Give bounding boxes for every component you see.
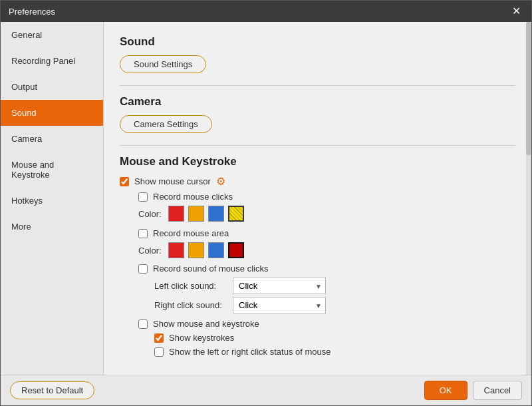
sidebar-item-mouse-keystroke[interactable]: Mouse and Keystroke [1, 152, 103, 188]
right-click-sound-label: Right click sound: [154, 300, 227, 310]
color-row-1: Color: [138, 206, 515, 222]
cancel-button[interactable]: Cancel [473, 381, 522, 400]
show-mouse-keystroke-label: Show mouse and keystroke [153, 319, 259, 329]
sound-section-title: Sound [120, 35, 515, 49]
sidebar-item-output[interactable]: Output [1, 74, 103, 100]
titlebar: Preferences ✕ [1, 1, 531, 22]
left-click-sound-select[interactable]: Click [233, 278, 326, 294]
color-swatch-orange2[interactable] [188, 242, 204, 258]
camera-section-title: Camera [120, 95, 515, 108]
ok-button[interactable]: OK [424, 381, 467, 400]
sidebar-item-camera[interactable]: Camera [1, 126, 103, 152]
sidebar-item-sound[interactable]: Sound [1, 100, 103, 126]
show-mouse-keystroke-checkbox[interactable] [138, 319, 148, 329]
left-click-sound-label: Left click sound: [154, 281, 227, 291]
show-left-right-checkbox[interactable] [154, 347, 164, 357]
reset-to-default-button[interactable]: Reset to Default [10, 381, 94, 399]
color-swatch-red1[interactable] [168, 206, 184, 222]
color-label-1: Color: [138, 209, 162, 219]
record-mouse-clicks-row: Record mouse clicks [138, 192, 515, 202]
show-mouse-cursor-checkbox[interactable] [120, 177, 129, 186]
camera-settings-button[interactable]: Camera Settings [120, 115, 212, 133]
left-click-dropdown-wrapper: Click ▼ [233, 278, 326, 294]
sidebar-item-general[interactable]: General [1, 22, 103, 48]
preferences-window: Preferences ✕ General Recording Panel Ou… [0, 0, 532, 406]
scrollbar-thumb[interactable] [526, 22, 531, 155]
left-click-sound-row: Left click sound: Click ▼ [154, 278, 515, 294]
record-mouse-clicks-label: Record mouse clicks [153, 192, 233, 202]
color-swatch-orange1[interactable] [188, 206, 204, 222]
record-mouse-area-checkbox[interactable] [138, 229, 148, 238]
record-sound-row: Record sound of mouse clicks [138, 264, 515, 274]
right-click-sound-select[interactable]: Click [233, 297, 326, 313]
color-swatch-darkred2[interactable] [228, 242, 244, 258]
record-mouse-area-row: Record mouse area [138, 228, 515, 238]
show-keystrokes-row: Show keystrokes [154, 333, 515, 343]
bottom-right: OK Cancel [424, 381, 522, 400]
record-sound-checkbox[interactable] [138, 264, 148, 274]
record-sound-label: Record sound of mouse clicks [153, 264, 268, 274]
gear-icon[interactable]: ⚙ [216, 175, 225, 188]
sidebar-item-recording-panel[interactable]: Recording Panel [1, 48, 103, 74]
show-keystrokes-label: Show keystrokes [169, 333, 234, 343]
main-content: General Recording Panel Output Sound Cam… [1, 22, 531, 375]
sound-settings-button[interactable]: Sound Settings [120, 55, 206, 73]
scrollbar-track [526, 22, 531, 375]
show-mouse-cursor-label: Show mouse cursor [134, 176, 211, 186]
color-swatch-yellow1[interactable] [228, 206, 244, 222]
sidebar: General Recording Panel Output Sound Cam… [1, 22, 104, 375]
color-swatch-blue2[interactable] [208, 242, 224, 258]
bottom-bar: Reset to Default OK Cancel [1, 375, 531, 405]
color-label-2: Color: [138, 246, 162, 256]
mouse-keystroke-section-title: Mouse and Keystroke [120, 155, 515, 168]
color-row-2: Color: [138, 242, 515, 258]
close-button[interactable]: ✕ [509, 5, 523, 18]
show-left-right-label: Show the left or right click status of m… [169, 347, 331, 357]
right-click-sound-row: Right click sound: Click ▼ [154, 297, 515, 313]
show-left-right-row: Show the left or right click status of m… [154, 347, 515, 357]
show-mouse-cursor-row: Show mouse cursor ⚙ [120, 175, 515, 188]
record-mouse-area-label: Record mouse area [153, 228, 229, 238]
color-swatch-red2[interactable] [168, 242, 184, 258]
color-swatch-blue1[interactable] [208, 206, 224, 222]
sidebar-item-more[interactable]: More [1, 214, 103, 240]
show-keystrokes-checkbox[interactable] [154, 333, 164, 343]
record-mouse-clicks-checkbox[interactable] [138, 192, 148, 202]
sidebar-item-hotkeys[interactable]: Hotkeys [1, 188, 103, 214]
show-mouse-keystroke-row: Show mouse and keystroke [138, 319, 515, 329]
divider-1 [120, 85, 515, 86]
content-area: Sound Sound Settings Camera Camera Setti… [104, 22, 531, 375]
divider-2 [120, 145, 515, 146]
window-title: Preferences [9, 7, 55, 17]
right-click-dropdown-wrapper: Click ▼ [233, 297, 326, 313]
